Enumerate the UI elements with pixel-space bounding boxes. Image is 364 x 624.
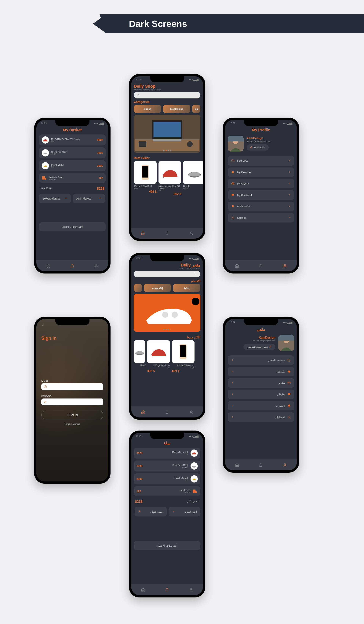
category-chip[interactable]: Co [192, 105, 200, 113]
product-card[interactable]: iPhone 8 Plus GoldApple499 $ [134, 161, 157, 196]
pencil-icon [269, 345, 272, 348]
nav-home[interactable] [141, 231, 146, 235]
comment-icon [287, 393, 291, 396]
nav-profile[interactable] [189, 231, 194, 235]
product-card[interactable]: Men's Nike Air Max 270 CasualNike362 $ [158, 161, 181, 196]
add-address-button[interactable]: Add Address [73, 194, 105, 203]
category-chip[interactable]: أحذية [173, 284, 200, 292]
search-input[interactable] [134, 271, 200, 277]
chevron-right-icon [231, 416, 234, 419]
nav-bag[interactable] [258, 462, 263, 467]
chevron-right-icon [231, 359, 234, 362]
product-thumb [42, 149, 49, 156]
lock-icon [44, 400, 47, 404]
signin-button[interactable]: SIGN IN [41, 411, 103, 419]
nav-profile[interactable] [189, 587, 194, 592]
add-address-button[interactable]: اضف عنوان [135, 507, 167, 517]
nav-profile[interactable] [189, 410, 194, 415]
nav-bag[interactable] [165, 231, 170, 235]
profile-title: ملفي [225, 327, 297, 332]
status-bar: 10:29●●● ▂▄▆ [225, 120, 297, 127]
chevron-down-icon [172, 510, 175, 513]
nav-home[interactable] [141, 587, 146, 592]
basket-item[interactable]: Presto YellowNike299$ [39, 160, 106, 171]
menu-notifications[interactable]: Notifications [228, 202, 294, 211]
category-chip[interactable]: Shoes [134, 105, 161, 113]
menu-orders[interactable]: My Orders [228, 179, 294, 188]
menu-settings[interactable]: Settings [228, 213, 294, 222]
item-price: 299$ [97, 164, 103, 167]
product-thumb [191, 462, 198, 470]
menu-favorites[interactable]: مفضلتي [228, 367, 294, 376]
edit-profile-button[interactable]: تعديل الملف الشخصي [243, 344, 275, 350]
product-card[interactable]: iPhone 8 Plus ذهبApple499 $ [172, 340, 194, 373]
product-card[interactable]: Grey FirASIAN [183, 161, 203, 196]
category-chip[interactable] [134, 284, 142, 292]
menu-last-view[interactable]: Last View [228, 156, 294, 166]
nav-bag[interactable] [165, 587, 170, 592]
nav-home[interactable] [141, 410, 146, 415]
hero-banner[interactable] [134, 115, 200, 153]
nav-profile[interactable] [94, 263, 99, 268]
nav-bag[interactable] [70, 263, 75, 268]
category-chip[interactable]: إلكترونيات [144, 284, 171, 292]
item-price: 150$ [137, 465, 142, 468]
shop-subtitle: مع الملايين من المنتجات في خدمتك [131, 268, 203, 271]
avatar [278, 335, 294, 351]
avatar [228, 136, 243, 152]
status-bar: 10:29●●● ▂▄▆ [36, 120, 108, 127]
shipping-row: Shipping CostExpress12$ [39, 173, 106, 183]
search-input[interactable] [134, 92, 200, 99]
heart-icon [287, 370, 291, 373]
bottom-nav [225, 459, 297, 470]
chevron-right-icon [231, 404, 234, 407]
hero-banner[interactable] [134, 294, 200, 332]
nav-home[interactable] [46, 263, 51, 268]
nav-profile[interactable] [283, 462, 287, 467]
signin-title: Sign in [41, 336, 103, 341]
menu-notifications[interactable]: إخطارات [228, 401, 294, 411]
category-chip[interactable]: Electronics [163, 105, 190, 113]
nav-home[interactable] [235, 462, 240, 467]
menu-last-view[interactable]: مشاهدة الماضي [228, 355, 294, 365]
edit-profile-button[interactable]: Edit Profile [247, 144, 269, 151]
nav-home[interactable] [235, 263, 240, 268]
profile-screen-en: 10:29●●● ▂▄▆ My Profile XamDesign XamApp… [223, 118, 299, 274]
profile-email: XamAppDesign@gmail.com [247, 140, 270, 142]
select-address-button[interactable]: Select Address [39, 194, 71, 203]
nav-bag[interactable] [165, 410, 170, 415]
shop-screen-en: 10:29●●● ▂▄▆ Delly Shop With millions of… [129, 74, 205, 241]
profile-email: XamAppDesign@gmail.com [243, 340, 275, 342]
signin-screen: ‹ Sign in E-Mail Password SIGN IN Forget… [34, 317, 111, 484]
basket-item[interactable]: Grey Firozi MeshASIAN150$ [39, 147, 106, 158]
menu-orders[interactable]: طلباتي [228, 378, 294, 388]
gear-icon [287, 415, 291, 419]
bell-icon [287, 404, 291, 407]
forgot-password-link[interactable]: Forget Password [41, 423, 103, 425]
product-card[interactable]: Mesh [134, 340, 145, 373]
nav-profile[interactable] [283, 263, 287, 268]
email-input[interactable] [41, 383, 103, 390]
clock-icon [231, 159, 235, 162]
clock-icon [287, 359, 291, 362]
shop-title: متجر Delly [131, 262, 203, 268]
menu-settings[interactable]: الإعدادات [228, 412, 294, 422]
select-address-button[interactable]: اختر العنوان [169, 507, 200, 517]
at-icon [44, 385, 47, 389]
basket-item[interactable]: نايك اير ماكس 270نايك362$ [134, 448, 200, 459]
back-button[interactable]: ‹ [41, 319, 103, 328]
menu-comments[interactable]: My Comments [228, 190, 294, 200]
basket-item[interactable]: Grey Firozi Meshالآسيوية150$ [134, 461, 200, 471]
chevron-right-icon [288, 193, 291, 197]
header-banner: Dark Screens [106, 14, 364, 33]
search-icon [195, 272, 198, 276]
basket-item[interactable]: المعروفة الصفراءنايك299$ [134, 473, 200, 484]
menu-comments[interactable]: تعليقاتي [228, 390, 294, 399]
basket-item[interactable]: Men's Nike Air Max 270 CasualNike362$ [39, 134, 106, 145]
select-credit-card-button[interactable]: Select Credit Card [39, 222, 106, 231]
nav-bag[interactable] [258, 263, 263, 268]
menu-favorites[interactable]: My Favorites [228, 167, 294, 177]
product-card[interactable]: نايك اير ماكس 270نايك362 $ [147, 340, 170, 373]
password-input[interactable] [41, 398, 103, 405]
select-credit-card-button[interactable]: اختر بطاقة الائتمان [134, 541, 200, 550]
